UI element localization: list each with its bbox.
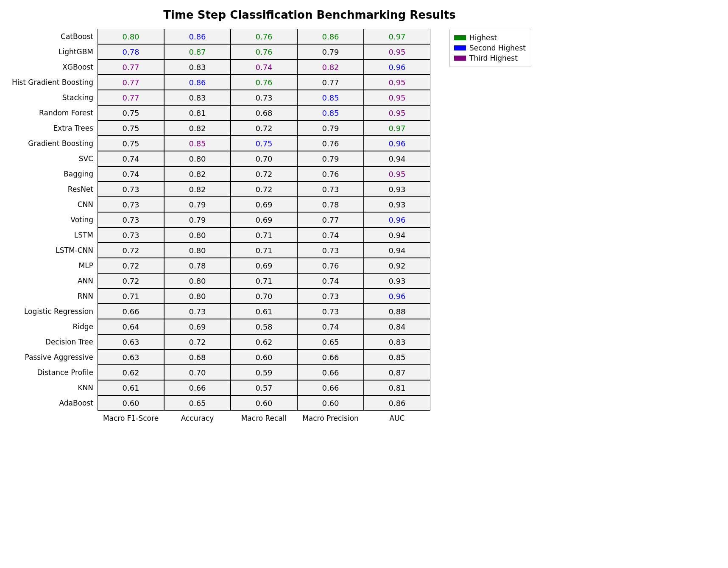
chart-title: Time Step Classification Benchmarking Re…: [98, 8, 522, 21]
row-label: RNN: [8, 288, 98, 304]
data-cell: 0.79: [164, 197, 231, 212]
data-cell: 0.61: [98, 380, 164, 395]
data-cell: 0.61: [231, 304, 297, 319]
column-header: Macro Precision: [297, 411, 364, 427]
data-cell: 0.62: [231, 334, 297, 350]
data-cell: 0.69: [231, 197, 297, 212]
data-cell: 0.75: [231, 136, 297, 151]
data-cell: 0.97: [364, 29, 430, 44]
row-label: LSTM: [8, 227, 98, 243]
column-header: AUC: [364, 411, 430, 427]
row-label: MLP: [8, 258, 98, 273]
data-cell: 0.87: [164, 44, 231, 59]
data-cell: 0.72: [98, 258, 164, 273]
data-cell: 0.66: [164, 380, 231, 395]
legend-label: Highest: [469, 34, 497, 42]
data-cell: 0.72: [98, 243, 164, 258]
data-cell: 0.71: [231, 273, 297, 288]
row-label: Distance Profile: [8, 365, 98, 380]
data-cell: 0.93: [364, 197, 430, 212]
data-cell: 0.82: [297, 59, 364, 75]
data-cell: 0.93: [364, 182, 430, 197]
data-cell: 0.71: [231, 227, 297, 243]
row-label: Passive Aggressive: [8, 350, 98, 365]
row-label: Stacking: [8, 90, 98, 105]
data-cell: 0.95: [364, 166, 430, 182]
row-label: SVC: [8, 151, 98, 166]
data-cell: 0.73: [98, 212, 164, 227]
data-cell: 0.83: [164, 90, 231, 105]
column-headers: Macro F1-ScoreAccuracyMacro RecallMacro …: [8, 411, 430, 427]
data-cell: 0.66: [297, 380, 364, 395]
data-cell: 0.59: [231, 365, 297, 380]
data-cell: 0.69: [164, 319, 231, 334]
data-cell: 0.70: [164, 365, 231, 380]
data-cell: 0.78: [98, 44, 164, 59]
data-cell: 0.73: [297, 243, 364, 258]
data-cell: 0.65: [164, 395, 231, 411]
row-label: Logistic Regression: [8, 304, 98, 319]
data-cell: 0.78: [164, 258, 231, 273]
data-cell: 0.73: [98, 227, 164, 243]
row-label: CatBoost: [8, 29, 98, 44]
data-cell: 0.74: [98, 151, 164, 166]
data-cell: 0.60: [231, 395, 297, 411]
row-label: Extra Trees: [8, 120, 98, 136]
data-cell: 0.74: [98, 166, 164, 182]
legend-item: Highest: [454, 33, 526, 43]
data-cell: 0.75: [98, 105, 164, 120]
chart-body: CatBoost0.800.860.760.860.97LightGBM0.78…: [8, 29, 720, 427]
data-cell: 0.62: [98, 365, 164, 380]
data-cell: 0.93: [364, 273, 430, 288]
data-cell: 0.72: [164, 334, 231, 350]
data-cell: 0.96: [364, 136, 430, 151]
column-header: Macro F1-Score: [98, 411, 164, 427]
data-cell: 0.74: [297, 273, 364, 288]
row-label: Voting: [8, 212, 98, 227]
row-label: ResNet: [8, 182, 98, 197]
data-cell: 0.85: [297, 90, 364, 105]
data-cell: 0.88: [364, 304, 430, 319]
data-cell: 0.72: [98, 273, 164, 288]
legend-item: Second Highest: [454, 43, 526, 53]
row-label: Random Forest: [8, 105, 98, 120]
data-cell: 0.80: [164, 273, 231, 288]
data-cell: 0.95: [364, 90, 430, 105]
data-cell: 0.92: [364, 258, 430, 273]
data-grid: CatBoost0.800.860.760.860.97LightGBM0.78…: [8, 29, 430, 411]
data-cell: 0.80: [164, 227, 231, 243]
data-cell: 0.97: [364, 120, 430, 136]
data-cell: 0.76: [297, 166, 364, 182]
data-cell: 0.74: [231, 59, 297, 75]
row-label: ANN: [8, 273, 98, 288]
data-cell: 0.65: [297, 334, 364, 350]
legend: HighestSecond HighestThird Highest: [449, 29, 531, 67]
data-cell: 0.74: [297, 227, 364, 243]
data-cell: 0.64: [98, 319, 164, 334]
data-cell: 0.63: [98, 334, 164, 350]
data-cell: 0.83: [164, 59, 231, 75]
data-cell: 0.96: [364, 59, 430, 75]
data-cell: 0.79: [297, 120, 364, 136]
row-label: LSTM-CNN: [8, 243, 98, 258]
legend-label: Second Highest: [469, 44, 526, 52]
data-cell: 0.72: [231, 120, 297, 136]
data-cell: 0.73: [98, 197, 164, 212]
data-cell: 0.86: [164, 75, 231, 90]
data-cell: 0.66: [297, 350, 364, 365]
data-cell: 0.81: [164, 105, 231, 120]
data-cell: 0.86: [297, 29, 364, 44]
row-label: LightGBM: [8, 44, 98, 59]
data-cell: 0.75: [98, 120, 164, 136]
data-cell: 0.69: [231, 258, 297, 273]
data-cell: 0.87: [364, 365, 430, 380]
data-cell: 0.96: [364, 212, 430, 227]
data-cell: 0.77: [98, 90, 164, 105]
data-cell: 0.85: [364, 350, 430, 365]
data-cell: 0.60: [98, 395, 164, 411]
row-label: KNN: [8, 380, 98, 395]
data-cell: 0.85: [297, 105, 364, 120]
data-cell: 0.80: [98, 29, 164, 44]
row-label: Gradient Boosting: [8, 136, 98, 151]
data-cell: 0.76: [231, 44, 297, 59]
